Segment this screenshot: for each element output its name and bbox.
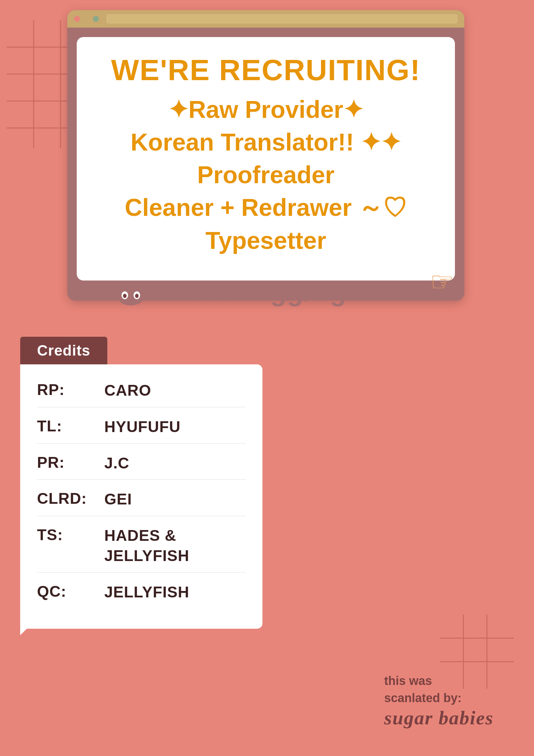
credits-section: Credits RP: CARO TL: HYUFUFU PR: J.C CLR… [20, 337, 262, 629]
recruit-item-0: ✦Raw Provider✦ [97, 93, 435, 126]
credits-label-ts: TS: [37, 526, 104, 544]
credits-card: RP: CARO TL: HYUFUFU PR: J.C CLRD: GEI T… [20, 364, 262, 629]
scanlated-name: sugar babies [384, 706, 494, 729]
credits-row-rp: RP: CARO [37, 374, 246, 407]
discord-section: Discord.gg/SgaHxxf [0, 276, 534, 307]
credits-value-clrd: GEI [104, 489, 132, 510]
recruit-title: WE'RE RECRUITING! [97, 54, 435, 87]
credits-value-rp: CARO [104, 381, 151, 401]
traffic-light-green [93, 16, 99, 22]
credits-row-clrd: CLRD: GEI [37, 483, 246, 516]
browser-addressbar [106, 14, 458, 24]
recruit-item-2: Proofreader [97, 159, 435, 191]
credits-value-tl: HYUFUFU [104, 417, 181, 437]
traffic-light-red [74, 16, 80, 22]
scanlated-section: this was scanlated by: sugar babies [384, 672, 494, 729]
credits-label-clrd: CLRD: [37, 489, 104, 507]
svg-point-11 [114, 281, 123, 292]
svg-point-16 [135, 294, 139, 298]
credits-value-qc: JELLYFISH [104, 582, 189, 602]
browser-titlebar [67, 10, 464, 28]
recruit-card: WE'RE RECRUITING! ✦Raw Provider✦ Korean … [77, 37, 455, 281]
credits-label-pr: PR: [37, 453, 104, 471]
credits-label-tl: TL: [37, 417, 104, 435]
svg-point-12 [139, 281, 148, 292]
recruit-item-4: Typesetter [97, 224, 435, 257]
browser-content: WE'RE RECRUITING! ✦Raw Provider✦ Korean … [67, 28, 464, 301]
credits-label-qc: QC: [37, 582, 104, 600]
credits-value-ts: HADES &JELLYFISH [104, 526, 189, 566]
recruit-item-1: Korean Translator!! ✦✦ [97, 126, 435, 159]
recruit-item-3: Cleaner + Redrawer ～♡ [97, 191, 435, 224]
credits-row-qc: QC: JELLYFISH [37, 576, 246, 609]
svg-point-15 [123, 294, 127, 298]
credits-row-pr: PR: J.C [37, 447, 246, 480]
browser-window: WE'RE RECRUITING! ✦Raw Provider✦ Korean … [67, 10, 464, 301]
credits-label-rp: RP: [37, 381, 104, 399]
traffic-light-yellow [83, 16, 90, 22]
credits-value-pr: J.C [104, 453, 130, 473]
credits-row-tl: TL: HYUFUFU [37, 411, 246, 444]
credits-tab: Credits [20, 337, 107, 364]
discord-link[interactable]: Discord.gg/SgaHxxf [159, 276, 421, 307]
credits-row-ts: TS: HADES &JELLYFISH [37, 520, 246, 573]
scanlated-by-text: this was scanlated by: [384, 672, 494, 706]
discord-logo-icon [112, 277, 149, 306]
